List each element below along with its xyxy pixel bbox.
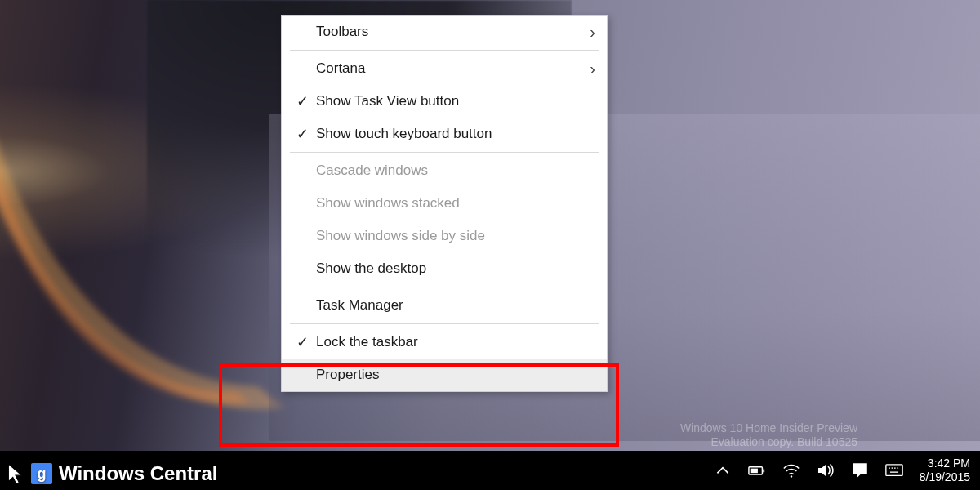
menu-item-lock-taskbar[interactable]: ✓ Lock the taskbar — [282, 326, 607, 359]
menu-separator — [290, 323, 599, 324]
tray-overflow-chevron-icon[interactable] — [714, 461, 732, 479]
taskbar-context-menu: Toolbars › Cortana › ✓ Show Task View bu… — [281, 15, 608, 392]
system-tray: 3:42 PM 8/19/2015 — [714, 451, 975, 490]
tray-clock[interactable]: 3:42 PM 8/19/2015 — [920, 457, 975, 484]
menu-separator — [290, 287, 599, 287]
menu-item-show-task-view[interactable]: ✓ Show Task View button — [282, 85, 607, 118]
menu-label: Cascade windows — [316, 163, 595, 179]
menu-item-show-desktop[interactable]: Show the desktop — [282, 252, 607, 285]
google-badge-icon: g — [31, 463, 52, 484]
battery-icon[interactable] — [748, 461, 766, 479]
touch-keyboard-icon[interactable] — [885, 461, 903, 479]
volume-icon[interactable] — [817, 461, 835, 479]
menu-label: Task Manager — [316, 297, 595, 314]
desktop-wallpaper: Windows 10 Home Insider Preview Evaluati… — [0, 0, 980, 490]
submenu-arrow-icon: › — [590, 23, 595, 42]
menu-label: Cortana — [316, 60, 590, 77]
tray-time: 3:42 PM — [920, 457, 970, 470]
action-center-icon[interactable] — [851, 461, 869, 479]
menu-label: Show Task View button — [316, 93, 595, 109]
menu-label: Show the desktop — [316, 261, 595, 277]
windows-central-watermark: g Windows Central — [7, 462, 217, 485]
menu-item-properties[interactable]: Properties — [282, 359, 607, 391]
eval-line-1: Windows 10 Home Insider Preview — [680, 421, 858, 435]
menu-label: Properties — [316, 367, 595, 383]
submenu-arrow-icon: › — [590, 60, 595, 78]
menu-separator — [290, 50, 599, 51]
svg-rect-2 — [750, 468, 757, 472]
menu-item-toolbars[interactable]: Toolbars › — [282, 16, 607, 48]
menu-label: Show windows stacked — [316, 195, 595, 212]
svg-point-3 — [791, 475, 792, 477]
cursor-icon — [7, 462, 24, 485]
menu-label: Toolbars — [316, 24, 590, 40]
eval-line-2: Evaluation copy. Build 10525 — [680, 435, 858, 449]
svg-rect-1 — [763, 469, 764, 472]
wifi-icon[interactable] — [782, 461, 800, 479]
checkmark-icon: ✓ — [288, 92, 316, 110]
menu-item-task-manager[interactable]: Task Manager — [282, 289, 607, 322]
menu-label: Show windows side by side — [316, 228, 595, 244]
windows-evaluation-watermark: Windows 10 Home Insider Preview Evaluati… — [680, 421, 858, 449]
menu-item-cascade-windows: Cascade windows — [282, 154, 607, 187]
checkmark-icon: ✓ — [288, 333, 316, 351]
menu-label: Lock the taskbar — [316, 334, 595, 350]
menu-item-side-by-side: Show windows side by side — [282, 220, 607, 252]
menu-item-stacked-windows: Show windows stacked — [282, 187, 607, 220]
svg-rect-4 — [886, 465, 902, 476]
menu-separator — [290, 152, 599, 153]
tray-date: 8/19/2015 — [920, 470, 970, 484]
menu-label: Show touch keyboard button — [316, 126, 595, 142]
checkmark-icon: ✓ — [288, 125, 316, 143]
menu-item-show-touch-keyboard[interactable]: ✓ Show touch keyboard button — [282, 118, 607, 150]
menu-item-cortana[interactable]: Cortana › — [282, 52, 607, 85]
watermark-text: Windows Central — [59, 462, 217, 485]
